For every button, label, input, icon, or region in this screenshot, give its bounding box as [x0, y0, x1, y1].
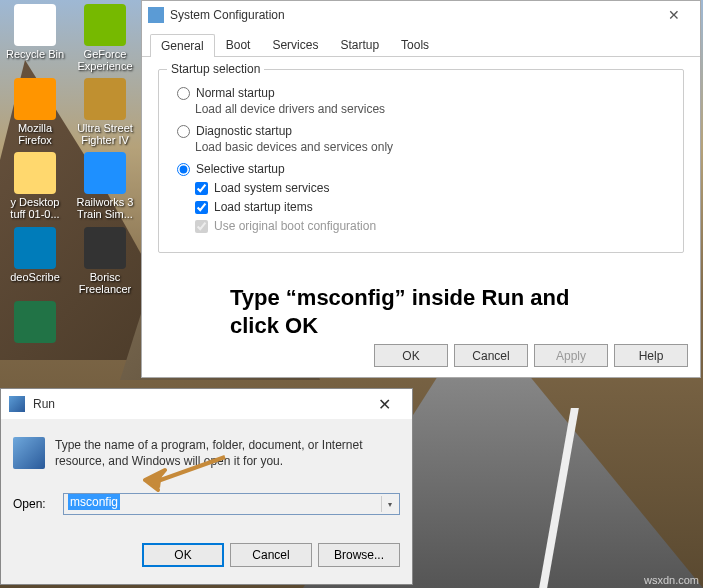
tab-general[interactable]: General — [150, 34, 215, 57]
syscfg-tabs: General Boot Services Startup Tools — [142, 29, 700, 57]
run-help-text: Type the name of a program, folder, docu… — [55, 437, 400, 469]
run-dialog: Run ✕ Type the name of a program, folder… — [0, 388, 413, 585]
desktop-icon-recycle-bin[interactable]: Recycle Bin — [0, 0, 70, 74]
run-titlebar[interactable]: Run ✕ — [1, 389, 412, 419]
tab-boot[interactable]: Boot — [215, 33, 262, 56]
run-title: Run — [33, 397, 364, 411]
desktop-icon-folder[interactable]: y Desktop tuff 01-0... — [0, 148, 70, 222]
desktop-icon-geforce[interactable]: GeForce Experience — [70, 0, 140, 74]
chevron-down-icon[interactable]: ▾ — [381, 496, 397, 512]
syscfg-icon — [148, 7, 164, 23]
run-input-value: msconfig — [68, 494, 120, 510]
check-load-system-services[interactable]: Load system services — [195, 181, 671, 195]
run-browse-button[interactable]: Browse... — [318, 543, 400, 567]
normal-desc: Load all device drivers and services — [195, 102, 671, 116]
desktop-icon-firefox[interactable]: Mozilla Firefox — [0, 74, 70, 148]
run-open-input[interactable]: msconfig ▾ — [63, 493, 400, 515]
instruction-annotation: Type “msconfig” inside Run and click OK — [230, 284, 570, 339]
run-close-button[interactable]: ✕ — [364, 395, 404, 414]
radio-diagnostic-startup[interactable]: Diagnostic startup — [177, 124, 671, 138]
check-boot-input — [195, 220, 208, 233]
radio-normal-input[interactable] — [177, 87, 190, 100]
syscfg-titlebar[interactable]: System Configuration ✕ — [142, 1, 700, 29]
check-services-input[interactable] — [195, 182, 208, 195]
desktop-icon-railworks[interactable]: Railworks 3 Train Sim... — [70, 148, 140, 222]
radio-selective-startup[interactable]: Selective startup — [177, 162, 671, 176]
close-button[interactable]: ✕ — [654, 7, 694, 23]
check-load-startup-items[interactable]: Load startup items — [195, 200, 671, 214]
run-icon — [9, 396, 25, 412]
ok-button[interactable]: OK — [374, 344, 448, 367]
run-app-icon — [13, 437, 45, 469]
radio-normal-startup[interactable]: Normal startup — [177, 86, 671, 100]
cancel-button[interactable]: Cancel — [454, 344, 528, 367]
desktop-icon-borisc[interactable]: Borisc Freelancer — [70, 223, 140, 297]
desktop-icon-excel[interactable] — [0, 297, 70, 347]
tab-startup[interactable]: Startup — [329, 33, 390, 56]
diagnostic-desc: Load basic devices and services only — [195, 140, 671, 154]
startup-selection-group: Startup selection Normal startup Load al… — [158, 69, 684, 253]
watermark: wsxdn.com — [644, 574, 699, 586]
run-ok-button[interactable]: OK — [142, 543, 224, 567]
help-button[interactable]: Help — [614, 344, 688, 367]
tab-tools[interactable]: Tools — [390, 33, 440, 56]
apply-button: Apply — [534, 344, 608, 367]
group-title: Startup selection — [167, 62, 264, 76]
desktop-icon-videoscribe[interactable]: deoScribe — [0, 223, 70, 297]
check-startup-input[interactable] — [195, 201, 208, 214]
radio-diagnostic-input[interactable] — [177, 125, 190, 138]
tab-services[interactable]: Services — [261, 33, 329, 56]
radio-selective-input[interactable] — [177, 163, 190, 176]
desktop-icon-streetfighter[interactable]: Ultra Street Fighter IV — [70, 74, 140, 148]
run-cancel-button[interactable]: Cancel — [230, 543, 312, 567]
check-original-boot: Use original boot configuration — [195, 219, 671, 233]
desktop-icons-area: Recycle Bin GeForce Experience Mozilla F… — [0, 0, 140, 347]
syscfg-title: System Configuration — [170, 8, 654, 22]
open-label: Open: — [13, 497, 53, 511]
